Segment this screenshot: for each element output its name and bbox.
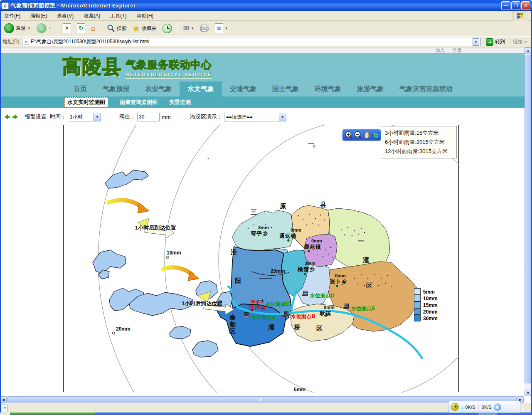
menu-favorites[interactable]: 收藏(A) (84, 12, 100, 20)
station-A[interactable]: 水位测点A (243, 312, 276, 321)
legend-swatch (414, 308, 421, 315)
nav-tab-traffic[interactable]: 交通气象 (222, 82, 264, 96)
site-header: 高陵县 气象服务联动中心 METEOROLOGICAL SERVICE (0, 53, 525, 82)
back-label: 后退 (16, 25, 26, 32)
subnav-rain-query[interactable]: 雨量查询监测图 (120, 99, 158, 106)
favorites-button[interactable]: ★ 收藏夹 (131, 22, 158, 34)
mail-button[interactable]: ✉▼ (182, 23, 196, 34)
rain-6h: 6小时面雨量:2015立方米 (385, 138, 453, 146)
station-computer-icon (343, 304, 350, 309)
forward-dropdown-icon[interactable]: ▼ (48, 27, 52, 30)
home-button[interactable]: ⌂ (89, 23, 97, 34)
nav-tab-environment[interactable]: 环境气象 (307, 82, 349, 96)
prev-arrow-icon[interactable] (3, 114, 10, 119)
upload-speed: 0K/S (482, 405, 492, 410)
maximize-button[interactable]: ❐ (511, 1, 520, 10)
search-label: 搜索 (117, 25, 127, 32)
time-select-arrow-icon[interactable]: ▼ (94, 113, 101, 121)
map-toolbar (342, 129, 381, 141)
flood-select-arrow-icon[interactable]: ▼ (279, 113, 286, 121)
search-button[interactable]: 搜索 (105, 23, 128, 33)
flood-demo-select[interactable]: ==请选择== ▼ (224, 113, 286, 121)
alarm-controls: 报警设置 时间： 1小时 ▼ 阀值： mm 淹没区演示： ==请选择== ▼ (0, 109, 525, 125)
rainfall-legend: 5mm 10mm 15mm 20mm 30mm (414, 288, 438, 321)
minimize-button[interactable]: — (501, 1, 510, 10)
stop-button[interactable]: ✕ (61, 22, 73, 34)
threshold-input[interactable] (137, 113, 160, 121)
nav-tab-home[interactable]: 首页 (66, 82, 95, 96)
horizontal-scroll-thumb[interactable] (7, 396, 517, 403)
edit-button[interactable]: ▦▼ (213, 22, 230, 34)
rain-12h: 12小时面雨量:3015立方米 (385, 148, 453, 155)
printer-icon (200, 24, 209, 32)
contour-label: 20mm (271, 268, 285, 274)
nav-tab-tourism[interactable]: 旅游气象 (349, 82, 392, 96)
print-button[interactable] (198, 23, 211, 33)
zoom-out-icon[interactable] (354, 131, 361, 139)
flood-demo-label: 淹没区演示： (190, 113, 222, 121)
station-computer-icon: ✕ (283, 311, 290, 317)
neighbor-label: 灞 (268, 324, 274, 331)
neighbor-label: 桥 (294, 324, 300, 331)
pan-hand-icon[interactable] (362, 131, 370, 139)
back-dropdown-icon[interactable]: ▼ (27, 27, 31, 30)
search-icon (107, 24, 115, 32)
neighbor-label: 阳 (235, 277, 241, 285)
ie-page-icon: e (2, 2, 9, 9)
start-button-edge (10, 413, 95, 415)
zoom-in-icon[interactable] (345, 131, 352, 139)
refresh-button[interactable]: ↻ (75, 22, 87, 34)
security-suite-icon (451, 403, 459, 411)
login-link[interactable]: 登录 (452, 47, 462, 53)
subnav-live-view[interactable]: 实景监测 (169, 99, 191, 106)
nav-tab-agriculture[interactable]: 农业气象 (137, 82, 180, 96)
nav-tab-land[interactable]: 国土气象 (264, 82, 307, 96)
time-select[interactable]: 1小时 ▼ (68, 113, 101, 121)
site-logo: 高陵县 气象服务联动中心 METEOROLOGICAL SERVICE (62, 54, 212, 79)
links-label[interactable]: 链接 » (510, 38, 530, 45)
subnav-hydro-realtime[interactable]: 水文实时监测图 (64, 97, 108, 107)
history-clock-icon (163, 24, 172, 33)
logo-county-text: 高陵县 (62, 54, 122, 79)
station-B[interactable]: ✕ 水位测点B (283, 311, 315, 320)
menu-help[interactable]: 帮助(H) (137, 12, 154, 20)
town-value: 0mm (324, 305, 335, 310)
station-C[interactable]: 水位测点C (257, 299, 290, 308)
windows-logo-icon (512, 11, 528, 21)
station-computer-icon (257, 299, 264, 305)
go-button[interactable]: ➔ 转到 (483, 38, 507, 46)
town-value: 0mm (311, 238, 322, 243)
menu-file[interactable]: 文件(F) (4, 12, 20, 20)
town-label-luyuanzhen: 鹿苑镇 (304, 243, 321, 251)
net-speed-widget[interactable]: ↓ 0K/S ↑ 0K/S e (448, 401, 520, 413)
close-button[interactable]: ✕ (521, 1, 530, 10)
station-D[interactable]: 水位测点D (302, 291, 335, 299)
edit-dropdown-icon[interactable]: ▼ (225, 27, 228, 30)
title-bar: e 气象预报页面原型 - Microsoft Internet Explorer… (0, 0, 532, 11)
forward-button[interactable]: → ▼ (35, 22, 53, 34)
address-dropdown-icon[interactable]: ▼ (473, 38, 479, 46)
horizontal-scrollbar[interactable]: ◀ ▶ (0, 396, 525, 403)
join-link[interactable]: 加入 (435, 47, 445, 53)
nav-tab-weather-forecast[interactable]: 气象预报 (95, 82, 137, 96)
town-label-wanzixiang: 弯子乡 (251, 230, 268, 237)
menu-view[interactable]: 查看(V) (57, 12, 74, 20)
address-url: E:\气象台\原型20110530\原型20110530\swyb-list.h… (31, 38, 150, 45)
next-arrow-icon[interactable] (12, 114, 19, 119)
menu-tools[interactable]: 工具(T) (110, 12, 126, 20)
station-E[interactable]: 水位测点E (343, 304, 376, 312)
nav-tab-hydrology[interactable]: 水文气象 (180, 82, 222, 96)
town-value: 3mm (305, 261, 315, 266)
hydrology-map[interactable]: 3小时面雨量:15立方米 6小时面雨量:2015立方米 12小时面雨量:3015… (63, 125, 459, 392)
mail-dropdown-icon[interactable]: ▼ (191, 27, 194, 30)
go-icon: ➔ (486, 38, 493, 46)
address-input[interactable]: e E:\气象台\原型20110530\原型20110530\swyb-list… (22, 38, 481, 46)
download-arrow-icon: ↓ (461, 405, 463, 410)
town-label-zhangbuxiang: 张卜乡 (330, 278, 347, 286)
history-button[interactable] (161, 23, 174, 34)
menu-edit[interactable]: 编辑(E) (30, 12, 47, 20)
globe-icon[interactable] (372, 131, 379, 139)
back-button[interactable]: ← 后退 ▼ (2, 22, 32, 34)
town-label-gengzhen: 耿镇 (320, 310, 331, 317)
nav-tab-disaster-emergency[interactable]: 气象灾害应急联动 (392, 82, 461, 96)
